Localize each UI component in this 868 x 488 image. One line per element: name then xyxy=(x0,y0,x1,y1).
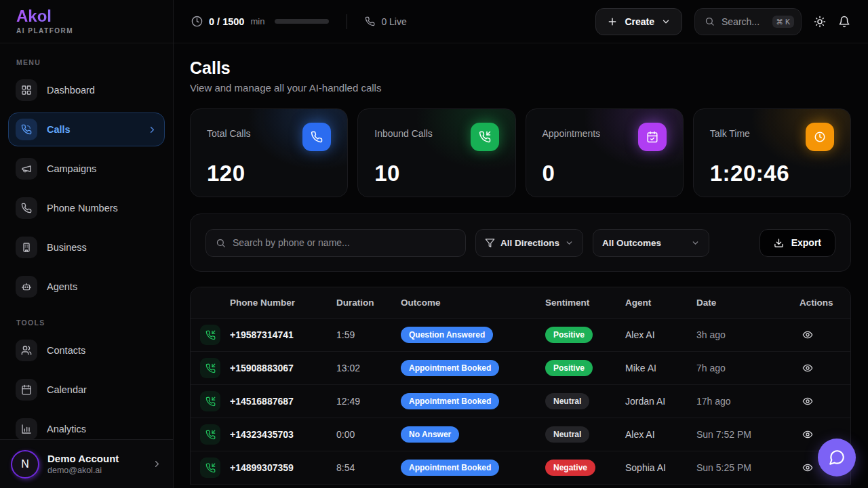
sidebar-item-phone-numbers[interactable]: Phone Numbers xyxy=(8,191,165,225)
phone-number-cell: +14516887687 xyxy=(230,396,336,407)
topbar-actions: Create Search... ⌘ K xyxy=(595,8,850,35)
topbar: 0 / 1500 min 0 Live Create xyxy=(174,0,868,43)
sidebar-item-label: Phone Numbers xyxy=(47,203,118,214)
outcome-badge: Appointment Booked xyxy=(401,393,499,409)
create-button[interactable]: Create xyxy=(595,8,682,35)
table-row[interactable]: +14516887687 12:49 Appointment Booked Ne… xyxy=(191,385,850,418)
stat-card-total-calls: Total Calls 120 xyxy=(190,108,348,197)
create-button-label: Create xyxy=(625,16,654,27)
theme-toggle-button[interactable] xyxy=(814,16,826,28)
download-icon xyxy=(774,238,784,248)
account-name: Demo Account xyxy=(47,453,119,464)
date-cell: 7h ago xyxy=(696,363,790,373)
account-menu[interactable]: N Demo Account demo@akol.ai xyxy=(0,439,173,488)
sidebar-item-dashboard[interactable]: Dashboard xyxy=(8,73,165,107)
sidebar-item-label: Analytics xyxy=(47,424,86,434)
agent-cell: Jordan AI xyxy=(625,396,696,407)
calendar-check-icon xyxy=(638,123,667,151)
column-header-sentiment: Sentiment xyxy=(545,298,625,308)
column-header-date: Date xyxy=(696,298,790,308)
duration-cell: 8:54 xyxy=(336,462,401,473)
brand-logo: Akol xyxy=(16,7,157,26)
sidebar-item-contacts[interactable]: Contacts xyxy=(8,333,165,367)
table-row[interactable]: +14323435703 0:00 No Answer Neutral Alex… xyxy=(191,418,850,451)
stat-label: Inbound Calls xyxy=(374,128,433,139)
minutes-usage: 0 / 1500 min xyxy=(191,16,329,27)
duration-cell: 0:00 xyxy=(336,429,401,440)
agent-cell: Alex AI xyxy=(625,429,696,440)
date-cell: 3h ago xyxy=(696,329,790,340)
stat-label: Talk Time xyxy=(710,128,750,139)
tools-nav: Contacts Calendar Analytics xyxy=(0,333,173,446)
sidebar-item-campaigns[interactable]: Campaigns xyxy=(8,152,165,186)
view-call-button[interactable] xyxy=(800,393,816,409)
table-header: Phone Number Duration Outcome Sentiment … xyxy=(191,287,850,319)
column-header-actions: Actions xyxy=(790,298,850,308)
calls-search-field[interactable] xyxy=(205,229,466,257)
duration-cell: 13:02 xyxy=(336,363,401,373)
notifications-button[interactable] xyxy=(838,16,850,28)
stat-label: Total Calls xyxy=(207,128,251,139)
chevron-down-icon xyxy=(565,239,574,247)
eye-icon xyxy=(802,329,813,340)
sentiment-badge: Positive xyxy=(545,327,593,343)
date-cell: 17h ago xyxy=(696,396,790,407)
global-search-input[interactable]: Search... ⌘ K xyxy=(694,8,802,35)
direction-filter-value: All Directions xyxy=(500,238,559,248)
column-header-outcome: Outcome xyxy=(401,298,545,308)
table-row[interactable]: +15908883067 13:02 Appointment Booked Po… xyxy=(191,352,850,385)
account-email: demo@akol.ai xyxy=(47,466,119,475)
app-root: Akol AI PLATFORM MENU Dashboard Calls xyxy=(0,0,868,488)
table-body: +19587314741 1:59 Question Answered Posi… xyxy=(191,319,850,485)
phone-icon xyxy=(16,119,37,140)
phone-incoming-icon xyxy=(471,123,499,151)
stat-card-talk-time: Talk Time 1:20:46 xyxy=(693,108,851,197)
outcome-filter-dropdown[interactable]: All Outcomes xyxy=(593,229,709,257)
direction-filter-dropdown[interactable]: All Directions xyxy=(475,229,583,257)
table-row[interactable]: +14899307359 8:54 Appointment Booked Neg… xyxy=(191,451,850,485)
eye-icon xyxy=(802,363,813,373)
search-shortcut-badge: ⌘ K xyxy=(772,16,794,28)
building-icon xyxy=(16,237,37,258)
view-call-button[interactable] xyxy=(800,460,816,476)
stat-value: 0 xyxy=(542,161,667,186)
megaphone-icon xyxy=(16,158,37,180)
sidebar-item-business[interactable]: Business xyxy=(8,230,165,264)
bot-icon xyxy=(16,276,37,298)
phone-icon xyxy=(302,123,331,151)
phone-incoming-icon xyxy=(200,325,220,345)
view-call-button[interactable] xyxy=(800,426,816,443)
table-row[interactable]: +19587314741 1:59 Question Answered Posi… xyxy=(191,319,850,352)
live-count-label: 0 Live xyxy=(381,16,406,27)
chat-widget-button[interactable] xyxy=(818,439,856,476)
export-button[interactable]: Export xyxy=(760,229,835,257)
eye-icon xyxy=(802,462,813,473)
stat-card-appointments: Appointments 0 xyxy=(526,108,684,197)
stat-label: Appointments xyxy=(542,128,601,139)
live-calls-indicator: 0 Live xyxy=(365,16,406,27)
outcome-badge: No Answer xyxy=(401,426,459,443)
outcome-badge: Question Answered xyxy=(401,327,493,343)
phone-icon xyxy=(365,16,375,26)
view-call-button[interactable] xyxy=(800,327,816,343)
duration-cell: 1:59 xyxy=(336,329,401,340)
sidebar-item-agents[interactable]: Agents xyxy=(8,270,165,304)
sentiment-badge: Neutral xyxy=(545,426,589,443)
sidebar-item-calendar[interactable]: Calendar xyxy=(8,373,165,407)
phone-icon xyxy=(16,197,37,219)
page-subtitle: View and manage all your AI-handled call… xyxy=(190,82,851,94)
sidebar-item-calls[interactable]: Calls xyxy=(8,113,165,146)
view-call-button[interactable] xyxy=(800,360,816,376)
date-cell: Sun 5:25 PM xyxy=(696,462,790,473)
plus-icon xyxy=(607,16,618,27)
calls-search-input[interactable] xyxy=(233,237,456,248)
menu-section-label: MENU xyxy=(0,58,173,66)
avatar: N xyxy=(11,450,39,479)
agent-cell: Alex AI xyxy=(625,329,696,340)
tools-section-label: TOOLS xyxy=(0,319,173,327)
brand-tagline: AI PLATFORM xyxy=(16,27,157,35)
chart-icon xyxy=(16,418,37,440)
phone-number-cell: +19587314741 xyxy=(230,329,336,340)
search-placeholder: Search... xyxy=(722,16,766,27)
sidebar-item-label: Dashboard xyxy=(47,85,95,96)
